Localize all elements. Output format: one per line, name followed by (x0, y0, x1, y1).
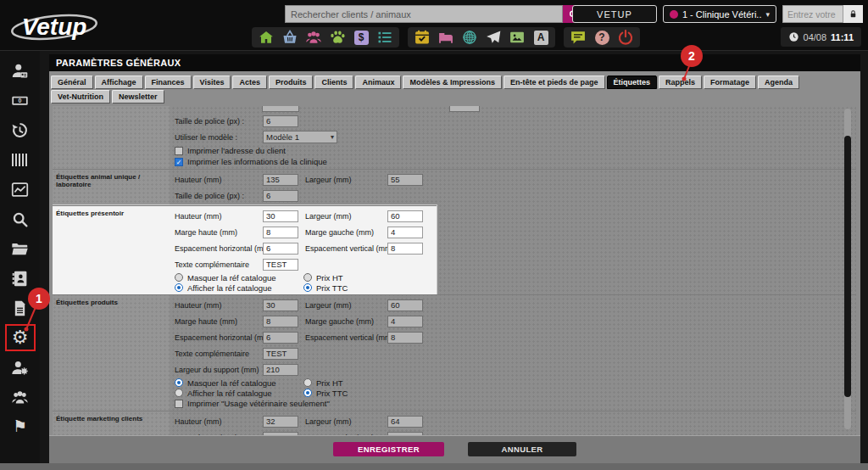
field-label: Largeur (mm) (305, 301, 387, 310)
sidebar-item-clients[interactable] (8, 60, 32, 81)
tab-etiquettes[interactable]: Étiquettes (607, 76, 658, 89)
sidebar-item-statistiques[interactable] (8, 179, 32, 199)
vetup-button[interactable]: VETUP (572, 5, 657, 23)
logout-button[interactable] (616, 28, 635, 47)
input-hauteur-mm[interactable] (263, 416, 298, 428)
checkbox-imprimer-usage-veterinaire-seulement[interactable] (175, 400, 183, 408)
tab-produits[interactable]: Produits (269, 76, 314, 89)
input-texte-complementaire[interactable] (263, 259, 298, 271)
input-espacement-horizontal-mm[interactable] (263, 243, 298, 255)
tab-affichage[interactable]: Affichage (95, 76, 143, 89)
field-label: Largeur (mm) (305, 417, 387, 426)
sidebar-item-groupes[interactable] (8, 387, 32, 407)
sidebar-item-caisse[interactable]: 0 (8, 90, 32, 110)
input-hauteur-mm[interactable] (263, 299, 298, 311)
radio-label: Afficher la réf catalogue (187, 389, 272, 398)
cancel-button[interactable]: ANNULER (468, 442, 576, 456)
radio-prix-ttc[interactable] (303, 389, 312, 397)
radio-label: Prix HT (316, 273, 343, 283)
input-largeur-du-support-mm[interactable] (263, 364, 298, 376)
input-taille-de-police-px[interactable] (263, 115, 298, 127)
pin-lock-button[interactable] (843, 5, 863, 23)
tab-finances[interactable]: Finances (145, 76, 192, 89)
sidebar: 0 ⚙ ⚑ (0, 51, 40, 463)
tab-newsletter[interactable]: Newsletter (112, 90, 164, 104)
messages-button[interactable] (569, 28, 587, 47)
field-label: Largeur (mm) (305, 176, 387, 184)
input-marge-haute-mm[interactable] (263, 227, 298, 238)
input-espacement-vertical-mm[interactable] (387, 243, 423, 255)
send-button[interactable] (484, 28, 503, 47)
tasks-button[interactable] (376, 28, 394, 47)
section-label: Étiquette marketing clients (53, 411, 170, 435)
sidebar-item-repertoire[interactable] (8, 268, 32, 288)
sidebar-item-documents[interactable] (8, 298, 32, 318)
tab-vet-nutrition[interactable]: Vet-Nutrition (51, 90, 110, 104)
sidebar-item-rapports[interactable]: ⚑ (8, 417, 32, 437)
radio-prix-ht[interactable] (303, 378, 312, 387)
finance-button[interactable]: $ (352, 28, 370, 47)
topbar: Vetup VETUP 1 - Clinique Vétéri.. ▾ $ (0, 0, 868, 51)
tab-visites[interactable]: Visites (193, 76, 231, 89)
radio-prix-ttc[interactable] (303, 283, 312, 292)
tab-actes[interactable]: Actes (232, 76, 267, 89)
input-largeur-mm[interactable] (387, 416, 423, 428)
tab-agenda[interactable]: Agenda (758, 76, 799, 89)
input-marge-haute-mm[interactable] (263, 316, 298, 327)
sidebar-item-recherche[interactable] (8, 209, 32, 229)
field-label: Hauteur (mm) (175, 301, 263, 310)
search-input[interactable] (285, 5, 563, 23)
radio-afficher-la-ref-catalogue[interactable] (175, 283, 183, 292)
input-largeur-mm[interactable] (387, 174, 423, 186)
images-button[interactable] (508, 28, 526, 47)
select-utiliser-le-modele[interactable]: Modèle 1▾ (263, 131, 337, 143)
help-button[interactable]: ? (593, 28, 611, 47)
sidebar-item-historique[interactable] (8, 120, 32, 140)
input-largeur-mm[interactable] (387, 299, 423, 311)
sidebar-item-dossiers[interactable] (8, 238, 32, 259)
tab-en-tete-et-pieds-de-page[interactable]: En-tête et pieds de page (504, 76, 605, 89)
shop-button[interactable] (281, 28, 299, 47)
input-marge-gauche-mm[interactable] (387, 227, 423, 238)
scrollbar-thumb[interactable] (844, 136, 851, 397)
pin-input[interactable] (782, 5, 843, 23)
tab-formatage[interactable]: Formatage (704, 76, 756, 89)
sidebar-item-utilisateurs[interactable] (8, 357, 32, 378)
radio-prix-ht[interactable] (303, 273, 312, 282)
tab-general[interactable]: Général (51, 76, 93, 89)
checkbox-imprimer-l-adresse-du-client[interactable] (175, 147, 183, 155)
sidebar-item-code-barres[interactable] (8, 149, 32, 170)
radio-masquer-la-ref-catalogue[interactable] (175, 273, 183, 282)
form-section-etiquettes-produits: Étiquettes produitsHauteur (mm)Largeur (… (53, 294, 856, 411)
global-search (285, 5, 584, 23)
input-largeur-mm[interactable] (387, 210, 423, 222)
input-espacement-horizontal-mm[interactable] (263, 332, 298, 344)
input-marge-gauche-mm[interactable] (387, 316, 423, 327)
agenda-button[interactable] (413, 28, 431, 47)
clinic-dropdown[interactable]: 1 - Clinique Vétéri.. ▾ (663, 5, 776, 23)
tab-modeles-impressions[interactable]: Modèles & Impressions (403, 76, 502, 89)
radio-afficher-la-ref-catalogue[interactable] (175, 389, 183, 397)
clients-group-icon (305, 29, 322, 46)
radio-masquer-la-ref-catalogue[interactable] (175, 378, 183, 387)
tab-animaux[interactable]: Animaux (355, 76, 401, 89)
home-button[interactable] (257, 28, 275, 47)
input-hauteur-mm[interactable] (263, 174, 298, 186)
input-texte-complementaire[interactable] (263, 348, 298, 360)
input-taille-de-police-px[interactable] (263, 190, 298, 202)
hospitalisation-button[interactable] (437, 28, 455, 47)
sidebar-item-parametres[interactable]: ⚙ (8, 327, 32, 348)
tab-clients[interactable]: Clients (314, 76, 353, 89)
checkbox-imprimer-les-informations-de-la-clinique[interactable]: ✓ (175, 158, 183, 166)
input-espacement-vertical-mm[interactable] (387, 332, 423, 344)
clients-button[interactable] (304, 28, 323, 47)
web-button[interactable] (460, 28, 479, 47)
tab-rappels[interactable]: Rappels (659, 76, 702, 89)
section-label (53, 106, 170, 169)
scrollbar-track[interactable] (844, 109, 851, 429)
documents-button[interactable]: A (531, 28, 550, 47)
input-hauteur-mm[interactable] (263, 210, 298, 222)
animals-button[interactable] (328, 28, 347, 47)
field-label: Texte complémentaire (175, 350, 263, 358)
save-button[interactable]: ENREGISTRER (333, 442, 444, 456)
